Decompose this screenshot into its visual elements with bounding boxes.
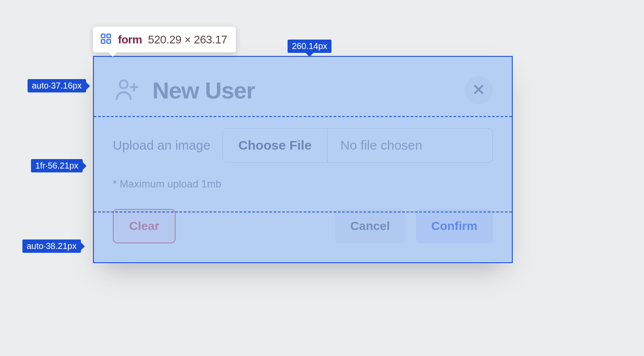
file-input[interactable]: Choose File No file chosen [223,128,493,163]
svg-rect-2 [102,40,105,43]
grid-row-badge-3: auto·38.21px [22,239,81,253]
file-status-text: No file chosen [328,129,492,162]
upload-label: Upload an image [113,138,211,153]
upload-row: Upload an image Choose File No file chos… [113,128,493,163]
modal-body: Upload an image Choose File No file chos… [113,122,493,190]
user-plus-icon [113,76,140,105]
upload-hint: * Maximum upload 1mb [113,178,493,190]
grid-row-badge-2: 1fr·56.21px [31,159,83,172]
choose-file-button[interactable]: Choose File [223,129,328,162]
devtools-element-tooltip: form 520.29 × 263.17 [93,27,236,52]
tooltip-tagname: form [118,33,142,46]
close-icon [472,83,485,98]
svg-rect-0 [102,34,105,38]
svg-point-4 [120,80,127,88]
modal-title: New User [152,77,255,104]
grid-column-badge: 260.14px [288,40,331,53]
clear-button[interactable]: Clear [113,209,176,243]
grid-row-badge-1: auto·37.16px [28,79,86,92]
modal-card: New User Upload an image Choose File No … [93,56,513,263]
cancel-button[interactable]: Cancel [335,209,406,243]
tooltip-dimensions: 520.29 × 263.17 [148,33,227,46]
svg-rect-3 [107,40,110,43]
confirm-button[interactable]: Confirm [416,209,493,243]
grid-icon [100,33,112,46]
modal-footer: Clear Cancel Confirm [113,207,493,243]
modal-header: New User [113,76,493,105]
close-button[interactable] [464,76,493,104]
svg-rect-1 [107,34,110,38]
